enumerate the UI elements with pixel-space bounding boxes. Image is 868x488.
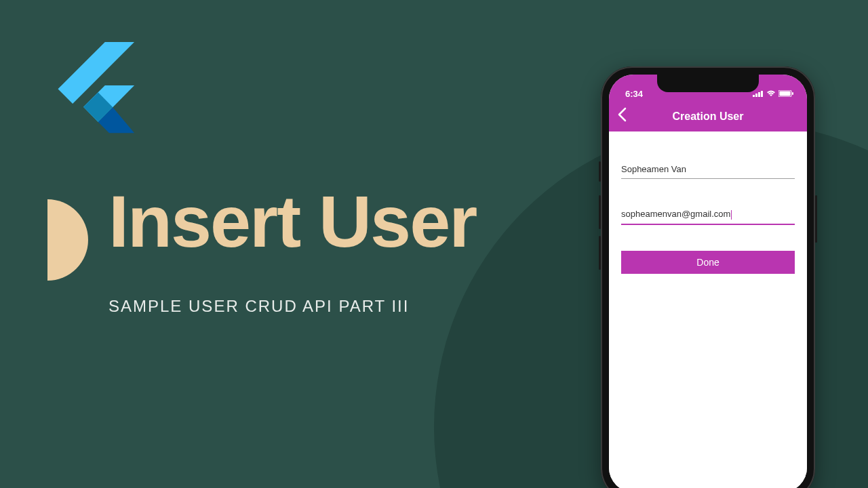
- svg-rect-6: [758, 92, 760, 97]
- svg-rect-4: [753, 95, 755, 97]
- phone-side-button: [599, 161, 601, 182]
- phone-side-button: [599, 195, 601, 229]
- form-content: sopheamenvan@gmail.com Done: [609, 131, 807, 488]
- back-button[interactable]: [617, 107, 627, 126]
- slide-title: Insert User: [108, 183, 476, 260]
- phone-mockup: 6:34 Creation User: [601, 66, 815, 488]
- phone-notch: [657, 75, 759, 92]
- flutter-logo-icon: [49, 42, 144, 137]
- email-value: sopheamenvan@gmail.com: [621, 209, 730, 219]
- email-field[interactable]: sopheamenvan@gmail.com: [621, 205, 795, 225]
- app-bar: Creation User: [609, 102, 807, 131]
- text-cursor: [731, 210, 732, 220]
- status-time: 6:34: [625, 89, 643, 99]
- done-button[interactable]: Done: [621, 251, 795, 274]
- app-bar-title: Creation User: [673, 110, 744, 123]
- ornament-half-circle: [47, 199, 88, 281]
- svg-rect-5: [755, 94, 757, 97]
- signal-icon: [753, 89, 764, 99]
- phone-side-button: [599, 236, 601, 270]
- phone-side-button: [815, 195, 817, 243]
- phone-screen: 6:34 Creation User: [609, 75, 807, 488]
- name-field[interactable]: [621, 160, 795, 179]
- wifi-icon: [766, 89, 776, 99]
- svg-rect-7: [761, 91, 763, 97]
- svg-rect-9: [780, 92, 791, 96]
- svg-rect-10: [792, 92, 793, 95]
- battery-icon: [778, 89, 793, 99]
- slide-subtitle: SAMPLE USER CRUD API PART III: [108, 297, 409, 316]
- chevron-left-icon: [617, 107, 627, 122]
